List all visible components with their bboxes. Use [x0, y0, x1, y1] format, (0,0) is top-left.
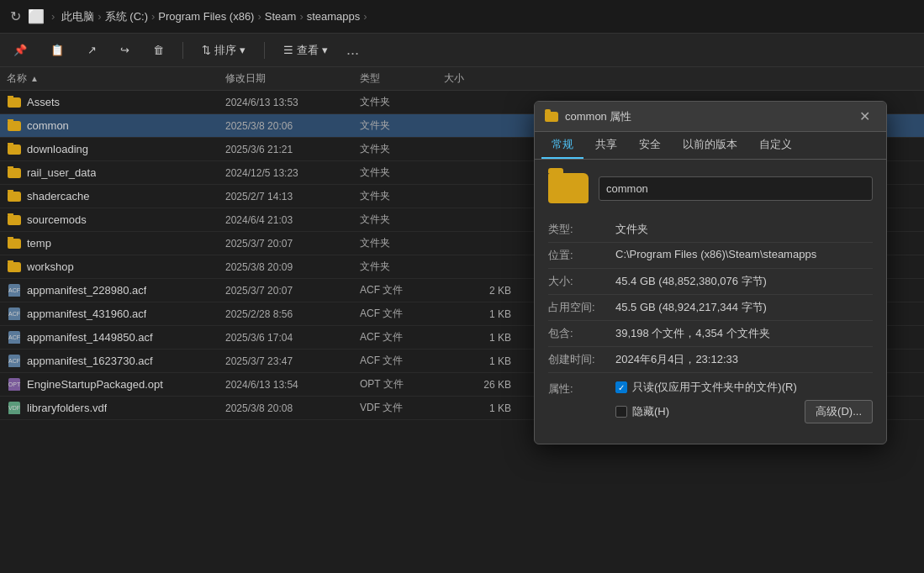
- file-date: 2025/3/7 20:07: [225, 285, 360, 297]
- tab-previous-versions[interactable]: 以前的版本: [673, 132, 747, 159]
- col-name-header[interactable]: 名称: [7, 71, 27, 86]
- prop-type-label: 类型:: [548, 222, 615, 237]
- breadcrumb-programfiles[interactable]: Program Files (x86): [158, 10, 254, 23]
- dialog-close-button[interactable]: ✕: [853, 105, 876, 129]
- file-size: 1 KB: [444, 332, 511, 344]
- file-type: ACF 文件: [360, 283, 444, 297]
- folder-name-input[interactable]: [599, 176, 873, 201]
- tab-custom[interactable]: 自定义: [749, 132, 802, 159]
- prop-attr-row: 属性: 只读(仅应用于文件夹中的文件)(R) 隐藏(H) 高级(D)..: [548, 373, 873, 430]
- dialog-titlebar: common 属性 ✕: [535, 102, 886, 132]
- dialog-big-folder-icon: [548, 173, 589, 203]
- col-size-header[interactable]: 大小: [444, 72, 464, 84]
- refresh-icon[interactable]: ↻: [10, 8, 21, 24]
- hidden-label: 隐藏(H): [632, 404, 669, 419]
- file-icon: [7, 191, 22, 202]
- sort-button[interactable]: ⇅ 排序 ▾: [197, 39, 251, 61]
- prop-created-value: 2024年6月4日，23:12:33: [615, 352, 873, 367]
- file-date: 2025/3/7 20:07: [225, 238, 360, 250]
- prop-size-label: 大小:: [548, 274, 615, 289]
- prop-type-row: 类型: 文件夹: [548, 217, 873, 243]
- share-button[interactable]: ↗: [82, 40, 102, 60]
- advanced-button[interactable]: 高级(D)...: [805, 400, 873, 423]
- file-size: 1 KB: [444, 402, 511, 414]
- readonly-checkbox[interactable]: [615, 381, 627, 393]
- file-name: workshop: [27, 260, 74, 273]
- breadcrumb-steam[interactable]: Steam: [265, 10, 297, 23]
- file-name: temp: [27, 237, 51, 250]
- file-type: 文件夹: [360, 213, 444, 227]
- hidden-checkbox[interactable]: [615, 406, 627, 418]
- acf-file-icon: ACF: [8, 355, 20, 367]
- tab-security[interactable]: 安全: [629, 132, 671, 159]
- vdf-file-icon: VDF: [8, 402, 20, 414]
- file-type: 文件夹: [360, 166, 444, 180]
- breadcrumb-steamapps[interactable]: steamapps: [307, 10, 361, 23]
- file-name: sourcemods: [27, 213, 87, 226]
- view-icon: ☰: [283, 44, 293, 56]
- col-type-header[interactable]: 类型: [360, 72, 380, 84]
- file-name: common: [27, 119, 69, 132]
- export-button[interactable]: ↪: [115, 40, 135, 60]
- file-type: 文件夹: [360, 95, 444, 109]
- toolbar-separator: [182, 42, 183, 59]
- file-name: appmanifest_1449850.acf: [27, 331, 153, 344]
- file-name: EngineStartupPackaged.opt: [27, 378, 163, 391]
- pin-button[interactable]: 📌: [8, 40, 32, 60]
- file-name: Assets: [27, 96, 60, 108]
- file-date: 2024/6/13 13:54: [225, 379, 360, 391]
- file-icon: ACF: [7, 285, 22, 297]
- file-date: 2025/3/6 17:04: [225, 332, 360, 344]
- prop-occupied-row: 占用空间: 45.5 GB (48,924,217,344 字节): [548, 295, 873, 321]
- acf-file-icon: ACF: [8, 308, 20, 320]
- opt-file-icon: OPT: [8, 378, 20, 391]
- file-date: 2025/3/8 20:06: [225, 120, 360, 132]
- prop-location-row: 位置: C:\Program Files (x86)\Steam\steamap…: [548, 243, 873, 269]
- folder-icon: [8, 239, 21, 249]
- file-type: OPT 文件: [360, 377, 444, 392]
- file-type: 文件夹: [360, 142, 444, 156]
- breadcrumb-c[interactable]: 系统 (C:): [105, 9, 148, 24]
- toolbar: 📌 📋 ↗ ↪ 🗑 ⇅ 排序 ▾ ☰ 查看 ▾ ...: [0, 34, 924, 67]
- file-type: ACF 文件: [360, 307, 444, 321]
- prop-created-row: 创建时间: 2024年6月4日，23:12:33: [548, 347, 873, 373]
- folder-icon: [8, 145, 21, 155]
- file-type: ACF 文件: [360, 354, 444, 368]
- properties-dialog: common 属性 ✕ 常规 共享 安全 以前的版本 自定义 类型: 文件夹 位…: [534, 101, 887, 444]
- tab-general[interactable]: 常规: [541, 132, 583, 159]
- breadcrumb-thispc[interactable]: 此电脑: [61, 9, 94, 24]
- file-date: 2025/3/7 23:47: [225, 355, 360, 367]
- view-button[interactable]: ☰ 查看 ▾: [278, 39, 333, 61]
- folder-icon: [8, 192, 21, 202]
- prop-created-label: 创建时间:: [548, 352, 615, 367]
- prop-attr-label: 属性:: [548, 380, 615, 397]
- file-size: 1 KB: [444, 355, 511, 367]
- tab-share[interactable]: 共享: [585, 132, 627, 159]
- file-name: downloading: [27, 143, 88, 155]
- file-icon: OPT: [7, 379, 22, 391]
- file-icon: [7, 214, 22, 226]
- more-button[interactable]: ...: [346, 41, 359, 59]
- file-icon: [7, 167, 22, 179]
- trash-icon: 🗑: [153, 44, 164, 56]
- file-list-header: 名称 ▲ 修改日期 类型 大小: [0, 67, 924, 91]
- prop-location-value: C:\Program Files (x86)\Steam\steamapps: [615, 248, 873, 263]
- dialog-folder-row: [548, 173, 873, 203]
- prop-contains-label: 包含:: [548, 326, 615, 341]
- file-date: 2025/3/8 20:09: [225, 261, 360, 273]
- file-icon: ACF: [7, 332, 22, 344]
- file-name: shadercache: [27, 190, 89, 202]
- share-icon: ↗: [87, 44, 97, 56]
- prop-size-value: 45.4 GB (48,852,380,076 字节): [615, 274, 873, 289]
- file-name: appmanifest_1623730.acf: [27, 355, 153, 367]
- prop-contains-row: 包含: 39,198 个文件，4,354 个文件夹: [548, 321, 873, 347]
- prop-type-value: 文件夹: [615, 222, 873, 237]
- window-icon[interactable]: ⬜: [28, 8, 45, 24]
- prop-location-label: 位置:: [548, 248, 615, 263]
- folder-icon: [8, 262, 21, 272]
- delete-button[interactable]: 🗑: [148, 40, 169, 60]
- copy-button[interactable]: 📋: [45, 40, 69, 60]
- col-date-header[interactable]: 修改日期: [225, 72, 266, 84]
- breadcrumb: 此电脑 › 系统 (C:) › Program Files (x86) › St…: [61, 9, 367, 24]
- file-icon: [7, 144, 22, 155]
